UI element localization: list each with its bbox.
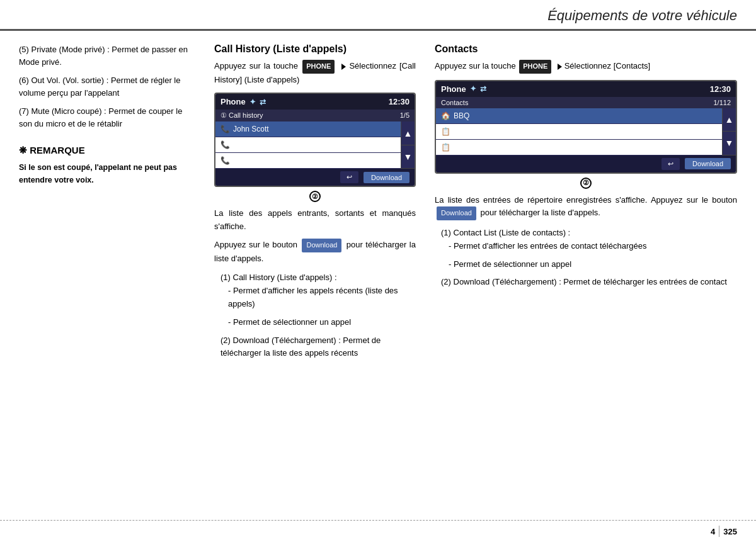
list-item[interactable]: 📋 John Scott <box>436 140 722 155</box>
list-item: (5) Private (Mode privé) : Permet de pas… <box>19 43 189 68</box>
phone-transfer-icon-2: ⇄ <box>480 84 486 93</box>
main-content: (5) Private (Mode privé) : Permet de pas… <box>0 31 756 378</box>
circle-label-2b: ② <box>435 178 737 189</box>
page-right: 325 <box>723 527 737 536</box>
phone-transfer-icon: ⇄ <box>260 98 266 106</box>
phone-badge: PHONE <box>302 60 335 74</box>
middle-column: Call History (Liste d'appels) Appuyez su… <box>202 43 428 365</box>
contacts-desc1: La liste des entrées de répertoire enreg… <box>435 194 737 220</box>
remarque-box: ❋ REMARQUE Si le son est coupé, l'appela… <box>19 145 189 186</box>
call-icon: 📞 <box>220 140 230 149</box>
page-footer: 4 325 <box>0 520 756 542</box>
back-button-2[interactable]: ↩ <box>662 158 680 170</box>
call-icon: 📞 <box>220 125 230 133</box>
sub-list-item: Permet d'afficher les appels récents (li… <box>228 285 416 311</box>
call-icon: 📞 <box>220 156 230 165</box>
contacts-list: (1) Contact List (Liste de contacts) : P… <box>435 227 737 289</box>
screen-scroll-area-1: 📞 John Scott 📞 Richard smith 📞 John Smit… <box>215 121 415 169</box>
subheader-label: ① Call history <box>220 111 263 120</box>
download-button-2[interactable]: Download <box>685 158 731 169</box>
call-history-desc1: La liste des appels entrants, sortants e… <box>214 207 416 234</box>
call-history-list: (1) Call History (Liste d'appels) : Perm… <box>214 271 416 360</box>
list-item[interactable]: 📞 Richard smith <box>215 137 401 153</box>
call-history-title: Call History (Liste d'appels) <box>214 43 416 55</box>
screen-header-2: Phone ✦ ⇄ 12:30 <box>436 81 736 97</box>
subheader-label-2: Contacts <box>441 99 468 106</box>
left-column: (5) Private (Mode privé) : Permet de pas… <box>19 43 202 365</box>
sub-list-item: Permet d'afficher les entrées de contact… <box>449 240 737 253</box>
scroll-up-button-2[interactable]: ▲ <box>723 108 736 132</box>
download-button-1[interactable]: Download <box>364 172 410 183</box>
contact-name: Holiday Inn <box>454 127 491 136</box>
sub-list-item: Permet de sélectionner un appel <box>449 258 737 271</box>
scroll-up-button[interactable]: ▲ <box>401 121 415 145</box>
screen-items-2: 🏠 BBQ 📋 Holiday Inn 📋 John Scott <box>436 108 722 155</box>
screen-header-left-2: Phone ✦ ⇄ <box>441 84 486 94</box>
page-number: 4 325 <box>711 526 737 537</box>
back-button[interactable]: ↩ <box>340 171 358 183</box>
screen-time-2: 12:30 <box>710 84 731 94</box>
list-item[interactable]: 🏠 BBQ <box>436 108 722 124</box>
screen-header-left: Phone ✦ ⇄ <box>220 97 266 106</box>
list-item[interactable]: 📋 Holiday Inn <box>436 124 722 140</box>
subheader-count: 1/5 <box>400 111 410 120</box>
phone-icon: 📋 <box>441 127 450 136</box>
download-badge-2: Download <box>437 206 476 220</box>
download-badge: Download <box>302 239 341 252</box>
phone-screen-title-2: Phone <box>441 84 466 94</box>
bluetooth-icon-2: ✦ <box>470 84 476 93</box>
phone-screen-1: Phone ✦ ⇄ 12:30 ① Call history 1/5 📞 Joh… <box>214 93 416 187</box>
screen-header-1: Phone ✦ ⇄ 12:30 <box>215 94 415 110</box>
subheader-count-2: 1/112 <box>713 99 731 106</box>
screen-items-1: 📞 John Scott 📞 Richard smith 📞 John Smit… <box>215 121 401 169</box>
screen-subheader-2: Contacts 1/112 <box>436 97 736 108</box>
list-item: (7) Mute (Micro coupé) : Permet de coupe… <box>19 105 189 130</box>
phone-badge-2: PHONE <box>519 60 551 74</box>
screen-footer-1: ↩ Download <box>215 169 415 186</box>
arrow-right-icon <box>341 64 346 70</box>
list-item[interactable]: 📞 John Scott <box>215 121 401 137</box>
right-column: Contacts Appuyez sur la touche PHONE Sél… <box>428 43 737 365</box>
bluetooth-icon: ✦ <box>249 98 256 106</box>
scroll-buttons-2: ▲ ▼ <box>722 108 736 155</box>
list-item: (1) Contact List (Liste de contacts) : P… <box>441 227 737 271</box>
page-title: Équipements de votre véhicule <box>547 8 737 24</box>
scroll-buttons: ▲ ▼ <box>401 121 415 169</box>
call-history-desc2: Appuyez sur le bouton Download pour télé… <box>214 239 416 265</box>
left-list: (5) Private (Mode privé) : Permet de pas… <box>19 43 189 130</box>
page-left: 4 <box>711 527 715 536</box>
list-item: (1) Call History (Liste d'appels) : Perm… <box>220 271 416 329</box>
circle-label-2: ② <box>214 191 416 202</box>
screen-subheader-1: ① Call history 1/5 <box>215 110 415 121</box>
screen-scroll-area-2: 🏠 BBQ 📋 Holiday Inn 📋 John Scott ▲ ▼ <box>436 108 736 155</box>
list-item: (6) Out Vol. (Vol. sortie) : Permet de r… <box>19 74 189 99</box>
call-history-intro: Appuyez sur la touche PHONE Sélectionnez… <box>214 60 416 86</box>
phone-screen-title: Phone <box>220 97 246 106</box>
contact-name: John Smith <box>233 156 271 165</box>
page-divider <box>719 526 719 537</box>
intro-text: Appuyez sur la touche <box>214 61 301 71</box>
contact-name: John Scott <box>233 125 269 133</box>
remarque-title: ❋ REMARQUE <box>19 145 189 156</box>
contact-name: Richard smith <box>233 140 279 149</box>
contact-name: John Scott <box>454 143 490 152</box>
phone-screen-2: Phone ✦ ⇄ 12:30 Contacts 1/112 🏠 BBQ 📋 <box>435 80 737 174</box>
scroll-down-button[interactable]: ▼ <box>401 145 415 169</box>
page-header: Équipements de votre véhicule <box>0 0 756 31</box>
contacts-title: Contacts <box>435 43 737 55</box>
arrow-right-icon-2 <box>558 64 562 70</box>
list-item[interactable]: 📞 John Smith <box>215 153 401 169</box>
contact-name: BBQ <box>454 111 469 120</box>
screen-time: 12:30 <box>389 97 410 106</box>
contacts-intro: Appuyez sur la touche PHONE Sélectionnez… <box>435 60 737 74</box>
list-item: (2) Download (Téléchargement) : Permet d… <box>441 276 737 289</box>
screen-footer-2: ↩ Download <box>436 155 736 172</box>
home-icon: 🏠 <box>441 111 450 120</box>
remarque-text: Si le son est coupé, l'appelant ne peut … <box>19 161 189 186</box>
sub-list-item: Permet de sélectionner un appel <box>228 316 416 329</box>
scroll-down-button-2[interactable]: ▼ <box>723 132 736 155</box>
phone-icon: 📋 <box>441 143 450 152</box>
list-item: (2) Download (Téléchargement) : Permet d… <box>220 334 416 361</box>
